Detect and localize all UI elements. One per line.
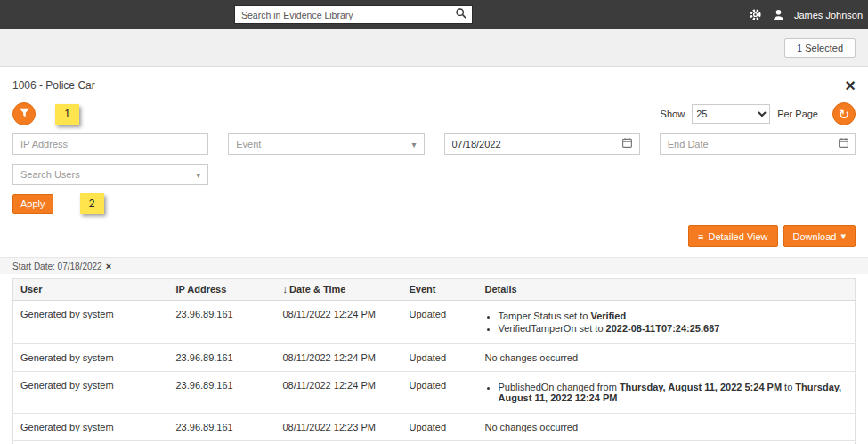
user-name[interactable]: James Johnson <box>794 10 863 20</box>
cell-datetime: 08/11/2022 12:24 PM <box>276 372 402 414</box>
search-icon <box>455 7 467 22</box>
filter-toggle-button[interactable] <box>12 102 36 125</box>
col-event-label: Event <box>410 284 436 295</box>
cell-datetime: 08/11/2022 12:23 PM <box>276 414 402 441</box>
table-row: Generated by system23.96.89.16108/11/202… <box>13 344 856 372</box>
col-ip-address[interactable]: IP Address <box>169 279 276 301</box>
cell-datetime: 08/11/2022 12:24 PM <box>276 344 402 372</box>
cell-details: No changes occurred <box>478 344 856 372</box>
refresh-icon: ↻ <box>839 108 850 121</box>
sort-desc-icon: ↓ <box>283 284 288 295</box>
cell-ip-address: 202.141.249.219 <box>169 441 276 444</box>
download-label: Download <box>793 231 837 242</box>
funnel-icon <box>19 107 30 121</box>
cell-details: Tamper Status set to VerifiedVerifiedTam… <box>478 301 856 344</box>
detailed-view-button[interactable]: ≡ Detailed View <box>688 225 777 247</box>
audit-table-head: User IP Address ↓Date & Time Event Detai… <box>13 279 856 301</box>
toolbar-left: 1 <box>12 102 79 125</box>
annotation-badge-1: 1 <box>55 104 79 125</box>
start-date-calendar-button[interactable] <box>616 134 639 154</box>
refresh-button[interactable]: ↻ <box>832 102 856 125</box>
list-icon: ≡ <box>698 231 703 242</box>
table-row: Generated by system23.96.89.16108/11/202… <box>13 372 856 414</box>
filter-chip: Start Date: 07/18/2022 <box>12 262 102 271</box>
event-dropdown[interactable]: Event ▾ <box>228 133 424 155</box>
details-list-item: VerifiedTamperOn set to 2022-08-11T07:24… <box>499 323 848 334</box>
close-icon[interactable]: × <box>845 79 856 92</box>
search-users-dropdown[interactable]: Search Users ▾ <box>12 164 208 185</box>
col-ip-label: IP Address <box>176 284 227 295</box>
search-button[interactable] <box>450 6 472 23</box>
col-date-label: Date & Time <box>289 284 345 295</box>
cell-details: No changes occurred <box>478 414 856 441</box>
cell-user: Generated by system <box>13 414 169 441</box>
col-details[interactable]: Details <box>478 279 856 301</box>
cell-ip-address: 23.96.89.161 <box>169 414 276 441</box>
settings-icon[interactable] <box>748 7 764 23</box>
download-button[interactable]: Download ▾ <box>783 225 856 247</box>
event-dropdown-placeholder: Event <box>236 139 261 149</box>
cell-details: No changes occurred <box>478 441 856 444</box>
filter-toolbar: 1 Show 25 Per Page ↻ <box>12 102 856 125</box>
table-actions: ≡ Detailed View Download ▾ <box>12 225 856 247</box>
header-row: User IP Address ↓Date & Time Event Detai… <box>13 279 856 301</box>
calendar-icon <box>621 137 633 151</box>
apply-button[interactable]: Apply <box>12 194 53 214</box>
global-search <box>234 5 473 24</box>
details-list-item: PublishedOn changed from Thursday, Augus… <box>499 382 848 403</box>
cell-event: Updated <box>402 441 478 444</box>
start-date-field <box>444 133 640 155</box>
cell-ip-address: 23.96.89.161 <box>169 344 276 372</box>
cell-ip-address: 23.96.89.161 <box>169 301 276 344</box>
page-header: 1006 - Police Car × <box>12 79 856 92</box>
show-label: Show <box>661 109 685 119</box>
end-date-input[interactable] <box>661 139 831 149</box>
selection-band: 1 Selected <box>0 29 868 67</box>
per-page-label: Per Page <box>777 109 818 119</box>
col-date-time[interactable]: ↓Date & Time <box>276 279 402 301</box>
search-input[interactable] <box>235 6 450 23</box>
main-content: 1006 - Police Car × 1 Show 25 Per Page <box>0 67 868 444</box>
table-row: Generated by system202.141.249.21908/11/… <box>13 441 856 444</box>
cell-datetime: 08/11/2022 12:23 PM <box>276 441 402 444</box>
chevron-down-icon: ▾ <box>196 170 200 180</box>
details-list: Tamper Status set to VerifiedVerifiedTam… <box>485 311 848 334</box>
selected-count-button[interactable]: 1 Selected <box>784 38 856 58</box>
audit-table: User IP Address ↓Date & Time Event Detai… <box>12 278 856 444</box>
cell-details: PublishedOn changed from Thursday, Augus… <box>478 372 856 414</box>
ip-address-input[interactable] <box>12 133 208 155</box>
cell-user: Generated by system <box>13 372 169 414</box>
col-user-label: User <box>20 284 42 295</box>
details-list-item: Tamper Status set to Verified <box>499 311 848 321</box>
table-row: Generated by system23.96.89.16108/11/202… <box>13 414 856 441</box>
start-date-input[interactable] <box>445 139 616 149</box>
filter-users-row: Search Users ▾ <box>12 164 856 185</box>
col-event[interactable]: Event <box>402 279 478 301</box>
apply-row: Apply 2 <box>12 193 856 214</box>
cell-event: Updated <box>402 301 478 344</box>
audit-table-body: Generated by system23.96.89.16108/11/202… <box>13 301 856 444</box>
chevron-down-icon: ▾ <box>840 230 846 242</box>
cell-ip-address: 23.96.89.161 <box>169 372 276 414</box>
per-page-select[interactable]: 25 <box>692 104 770 124</box>
end-date-field <box>660 133 856 155</box>
col-user[interactable]: User <box>13 279 169 301</box>
topbar-user-area: James Johnson <box>748 0 866 29</box>
details-list: PublishedOn changed from Thursday, Augus… <box>485 382 848 403</box>
app-window: James Johnson 1 Selected 1006 - Police C… <box>0 0 868 444</box>
cell-user: Generated by system <box>13 301 169 344</box>
active-filters-strip: Start Date: 07/18/2022 × <box>0 257 868 274</box>
annotation-badge-2: 2 <box>80 193 104 214</box>
cell-user: Generated by system <box>13 441 169 444</box>
search-users-placeholder: Search Users <box>20 169 80 180</box>
toolbar-right: Show 25 Per Page ↻ <box>661 102 856 125</box>
detailed-view-label: Detailed View <box>708 231 767 242</box>
page-title: 1006 - Police Car <box>12 79 95 92</box>
end-date-calendar-button[interactable] <box>831 134 855 154</box>
filter-fields-row: Event ▾ <box>12 133 856 155</box>
chevron-down-icon: ▾ <box>411 140 416 149</box>
remove-filter-icon[interactable]: × <box>106 261 111 271</box>
user-icon[interactable] <box>771 7 787 23</box>
cell-event: Updated <box>402 414 478 441</box>
cell-event: Updated <box>402 372 478 414</box>
